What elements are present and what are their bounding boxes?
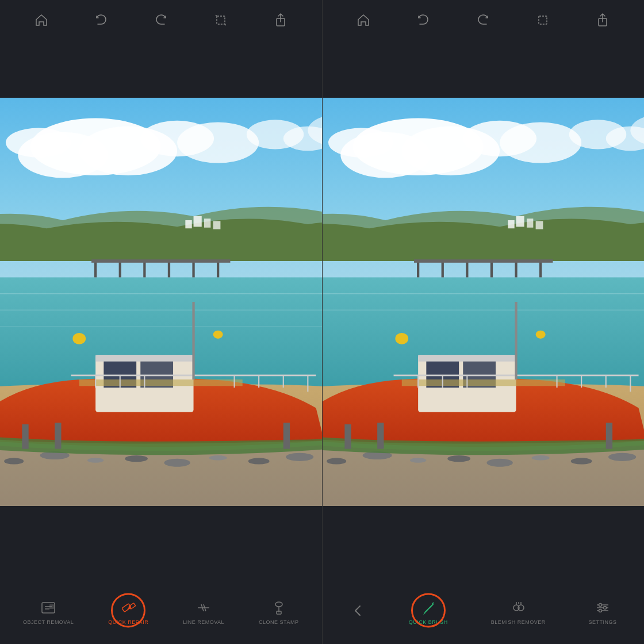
- svg-rect-19: [185, 220, 191, 228]
- svg-point-137: [395, 333, 408, 344]
- top-dark-right: [323, 40, 645, 98]
- svg-point-118: [608, 453, 636, 461]
- svg-point-86: [328, 128, 393, 158]
- redo-icon-left[interactable]: [151, 10, 171, 30]
- image-area-left: [0, 98, 322, 506]
- svg-point-113: [409, 458, 425, 463]
- svg-rect-95: [508, 220, 514, 228]
- svg-rect-61: [283, 423, 290, 448]
- svg-rect-22: [213, 221, 221, 229]
- quick-repair-label: QUICK REPAIR: [108, 619, 148, 625]
- svg-rect-78: [539, 16, 547, 24]
- svg-rect-98: [535, 221, 543, 229]
- settings-label: SETTINGS: [589, 619, 617, 625]
- svg-rect-123: [401, 379, 565, 386]
- svg-point-116: [531, 455, 549, 461]
- tool-line-removal[interactable]: LINE REMOVAL: [176, 595, 231, 630]
- bottom-dark-left: [0, 506, 322, 581]
- settings-icon: [595, 600, 611, 616]
- object-removal-label: OBJECT REMOVAL: [23, 619, 74, 625]
- top-dark-left: [0, 40, 322, 98]
- svg-point-85: [500, 122, 581, 163]
- svg-rect-122: [418, 355, 516, 361]
- svg-rect-133: [344, 424, 351, 449]
- left-bottom-toolbar: OBJECT REMOVAL QUICK REPAIR: [0, 581, 322, 644]
- svg-point-9: [177, 122, 259, 163]
- right-bottom-toolbar: QUICK BRUSH BLEMISH REMOVER: [323, 581, 645, 644]
- left-toolbar: [0, 0, 322, 40]
- clone-stamp-label: CLONE STAMP: [259, 619, 298, 625]
- svg-line-1: [216, 15, 217, 16]
- svg-point-43: [286, 453, 313, 461]
- svg-rect-33: [91, 259, 230, 263]
- svg-point-10: [6, 128, 71, 158]
- bottom-dark-right: [323, 506, 645, 581]
- svg-rect-59: [22, 424, 28, 449]
- svg-point-39: [125, 455, 148, 462]
- quick-brush-label: QUICK BRUSH: [409, 619, 448, 625]
- svg-point-38: [87, 458, 103, 463]
- svg-rect-97: [527, 218, 533, 228]
- right-panel: QUICK BRUSH BLEMISH REMOVER: [323, 0, 645, 644]
- tool-settings[interactable]: SETTINGS: [582, 595, 624, 630]
- svg-rect-21: [204, 218, 210, 228]
- svg-rect-77: [277, 611, 281, 614]
- share-icon-right[interactable]: [592, 10, 613, 30]
- svg-point-149: [599, 604, 602, 607]
- svg-point-114: [447, 455, 470, 462]
- svg-point-150: [604, 607, 607, 610]
- tool-object-removal[interactable]: OBJECT REMOVAL: [16, 595, 80, 630]
- left-panel: OBJECT REMOVAL QUICK REPAIR: [0, 0, 323, 644]
- object-removal-icon: [40, 600, 56, 616]
- blemish-remover-icon: [510, 600, 526, 616]
- svg-rect-0: [217, 16, 225, 24]
- svg-rect-60: [55, 423, 61, 448]
- svg-rect-68: [49, 604, 54, 609]
- quick-repair-icon: [120, 600, 136, 616]
- svg-point-63: [72, 333, 86, 344]
- right-toolbar: [323, 0, 645, 40]
- svg-line-139: [425, 604, 433, 612]
- quick-brush-icon: [420, 600, 436, 616]
- svg-rect-96: [516, 216, 524, 227]
- tool-blemish-remover[interactable]: BLEMISH REMOVER: [484, 595, 553, 630]
- svg-point-64: [213, 331, 223, 339]
- app-container: OBJECT REMOVAL QUICK REPAIR: [0, 0, 644, 644]
- svg-point-41: [209, 455, 227, 461]
- svg-point-75: [275, 602, 282, 607]
- line-removal-label: LINE REMOVAL: [183, 619, 224, 625]
- tool-quick-repair[interactable]: QUICK REPAIR: [101, 595, 155, 630]
- svg-point-138: [535, 331, 545, 339]
- svg-point-117: [570, 458, 592, 464]
- svg-rect-108: [414, 259, 553, 263]
- tool-clone-stamp[interactable]: CLONE STAMP: [252, 595, 305, 630]
- svg-point-151: [599, 610, 602, 612]
- clone-stamp-icon: [271, 600, 287, 616]
- crop-icon-left[interactable]: [210, 10, 231, 30]
- home-icon-left[interactable]: [31, 10, 52, 30]
- tool-back[interactable]: [343, 598, 373, 627]
- svg-point-40: [164, 459, 190, 467]
- undo-icon-left[interactable]: [91, 10, 112, 30]
- svg-rect-20: [194, 216, 202, 227]
- svg-rect-49: [79, 379, 243, 386]
- undo-icon-right[interactable]: [413, 10, 434, 30]
- image-area-right: [323, 98, 645, 506]
- home-icon-right[interactable]: [353, 10, 374, 30]
- svg-rect-135: [605, 423, 612, 448]
- svg-point-115: [486, 459, 512, 467]
- line-removal-icon: [195, 600, 212, 616]
- crop-icon-right[interactable]: [532, 10, 553, 30]
- svg-point-42: [248, 458, 270, 464]
- back-icon: [350, 603, 366, 619]
- svg-line-2: [225, 24, 226, 25]
- svg-rect-134: [377, 423, 384, 448]
- tool-quick-brush[interactable]: QUICK BRUSH: [402, 595, 455, 630]
- svg-rect-48: [95, 355, 193, 361]
- svg-point-36: [4, 458, 24, 464]
- boat-scene-left: [0, 98, 322, 506]
- redo-icon-right[interactable]: [473, 10, 493, 30]
- share-icon-left[interactable]: [270, 10, 291, 30]
- svg-point-111: [327, 458, 346, 464]
- blemish-remover-label: BLEMISH REMOVER: [491, 619, 546, 625]
